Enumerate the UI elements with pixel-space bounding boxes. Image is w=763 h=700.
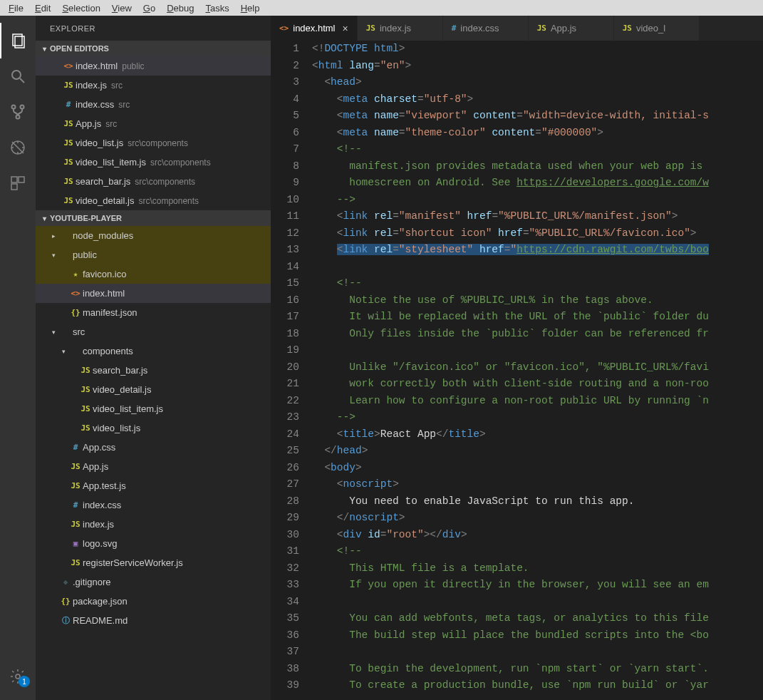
file-item[interactable]: JSregisterServiceWorker.js — [36, 553, 271, 572]
code-line[interactable]: This HTML file is a template. — [312, 560, 763, 577]
source-control-icon[interactable] — [0, 94, 36, 130]
code-line[interactable]: <!-- — [312, 275, 763, 292]
open-editor-item[interactable]: <>index.htmlpublic — [36, 56, 271, 76]
tab[interactable]: JSvideo_l — [614, 16, 700, 41]
code-line[interactable]: <meta name="viewport" content="width=dev… — [312, 108, 763, 125]
code-line[interactable]: <!DOCTYPE html> — [312, 41, 763, 58]
code-line[interactable]: manifest.json provides metadata used whe… — [312, 158, 763, 175]
file-item[interactable]: ▣logo.svg — [36, 534, 271, 553]
menu-help[interactable]: Help — [235, 3, 266, 14]
file-item[interactable]: #App.css — [36, 438, 271, 457]
file-item[interactable]: JSApp.test.js — [36, 476, 271, 495]
code-line[interactable] — [312, 594, 763, 611]
code-line[interactable]: <link rel="stylesheet" href="https://cdn… — [312, 242, 763, 259]
close-icon[interactable]: × — [343, 23, 348, 34]
tab[interactable]: #index.css — [443, 16, 529, 41]
section-project[interactable]: ▾ YOUTUBE-PLAYER — [36, 210, 271, 226]
menu-tasks[interactable]: Tasks — [199, 3, 234, 14]
tab[interactable]: JSindex.js — [358, 16, 443, 41]
folder-item[interactable]: ▾public — [36, 245, 271, 264]
extensions-icon[interactable] — [0, 165, 36, 201]
menu-debug[interactable]: Debug — [161, 3, 199, 14]
code-line[interactable]: To begin the development, run `npm start… — [312, 661, 763, 678]
file-item[interactable]: #index.css — [36, 495, 271, 515]
code-line[interactable]: You can add webfonts, meta tags, or anal… — [312, 610, 763, 627]
section-open-editors[interactable]: ▾ OPEN EDITORS — [36, 41, 271, 56]
svg-rect-8 — [11, 177, 17, 182]
code-line[interactable]: <title>React App</title> — [312, 426, 763, 443]
code-line[interactable]: <html lang="en"> — [312, 58, 763, 75]
code-line[interactable]: Learn how to configure a non-root public… — [312, 393, 763, 410]
menu-edit[interactable]: Edit — [29, 3, 56, 14]
tab[interactable]: JSApp.js — [529, 16, 614, 41]
open-editor-item[interactable]: #index.csssrc — [36, 95, 271, 114]
file-item[interactable]: ◆.gitignore — [36, 572, 271, 592]
code-line[interactable] — [312, 259, 763, 276]
code-line[interactable]: <meta charset="utf-8"> — [312, 91, 763, 108]
code-line[interactable]: Unlike "/favicon.ico" or "favicon.ico", … — [312, 359, 763, 376]
file-item[interactable]: JSindex.js — [36, 515, 271, 534]
item-label: package.json — [73, 596, 128, 607]
open-editor-item[interactable]: JSsearch_bar.jssrc\components — [36, 172, 271, 191]
folder-item[interactable]: ▾src — [36, 322, 271, 341]
code-line[interactable]: <head> — [312, 74, 763, 91]
code-line[interactable]: The build step will place the bundled sc… — [312, 627, 763, 644]
folder-item[interactable]: ▾components — [36, 341, 271, 361]
code-line[interactable]: You need to enable JavaScript to run thi… — [312, 493, 763, 510]
code-line[interactable]: <body> — [312, 460, 763, 477]
code-line[interactable]: If you open it directly in the browser, … — [312, 577, 763, 594]
tab-label: index.js — [380, 23, 411, 34]
file-item[interactable]: JSvideo_list_item.js — [36, 399, 271, 418]
code-editor[interactable]: 1234567891011121314151617181920212223242… — [271, 41, 763, 700]
tab[interactable]: <>index.html× — [271, 16, 358, 41]
file-item[interactable]: JSvideo_detail.js — [36, 380, 271, 399]
open-editor-item[interactable]: JSApp.jssrc — [36, 114, 271, 133]
code-line[interactable]: homescreen on Android. See https://devel… — [312, 175, 763, 192]
file-item[interactable]: ⓘREADME.md — [36, 611, 271, 630]
menu-go[interactable]: Go — [137, 3, 161, 14]
menu-selection[interactable]: Selection — [56, 3, 105, 14]
explorer-icon[interactable] — [0, 23, 36, 58]
code-line[interactable] — [312, 644, 763, 661]
code-line[interactable]: Notice the use of %PUBLIC_URL% in the ta… — [312, 292, 763, 309]
code-line[interactable]: <meta name="theme-color" content="#00000… — [312, 125, 763, 142]
code-line[interactable]: work correctly both with client-side rou… — [312, 376, 763, 393]
code-line[interactable]: <link rel="shortcut icon" href="%PUBLIC_… — [312, 225, 763, 242]
code-line[interactable]: --> — [312, 192, 763, 209]
file-item[interactable]: JSsearch_bar.js — [36, 361, 271, 380]
settings-gear-icon[interactable]: 1 — [0, 659, 36, 694]
code-line[interactable]: --> — [312, 409, 763, 426]
code-line[interactable]: </noscript> — [312, 510, 763, 527]
open-editor-item[interactable]: JSvideo_list.jssrc\components — [36, 133, 271, 153]
folder-item[interactable]: ▸node_modules — [36, 226, 271, 245]
file-item[interactable]: ★favicon.ico — [36, 264, 271, 284]
code-content[interactable]: <!DOCTYPE html><html lang="en"> <head> <… — [312, 41, 763, 700]
open-editor-item[interactable]: JSvideo_detail.jssrc\components — [36, 191, 271, 210]
open-editor-item[interactable]: JSvideo_list_item.jssrc\components — [36, 153, 271, 172]
code-line[interactable] — [312, 342, 763, 359]
menu-file[interactable]: File — [3, 3, 29, 14]
open-editor-item[interactable]: JSindex.jssrc — [36, 76, 271, 95]
tab-bar: <>index.html×JSindex.js#index.cssJSApp.j… — [271, 16, 763, 41]
debug-icon[interactable] — [0, 130, 36, 165]
code-line[interactable]: <div id="root"></div> — [312, 527, 763, 544]
line-number: 31 — [271, 543, 299, 560]
file-item[interactable]: JSvideo_list.js — [36, 418, 271, 438]
search-icon[interactable] — [0, 58, 36, 94]
code-line[interactable]: To create a production bundle, use `npm … — [312, 677, 763, 694]
code-line[interactable]: <!-- — [312, 543, 763, 560]
code-line[interactable]: </head> — [312, 443, 763, 460]
file-item[interactable]: {}manifest.json — [36, 303, 271, 322]
code-line[interactable]: Only files inside the `public` folder ca… — [312, 326, 763, 343]
file-path: src\components — [128, 138, 188, 148]
menu-view[interactable]: View — [106, 3, 137, 14]
file-item[interactable]: <>index.html — [36, 284, 271, 303]
file-item[interactable]: JSApp.js — [36, 457, 271, 476]
item-label: index.js — [83, 519, 114, 530]
code-line[interactable]: <noscript> — [312, 476, 763, 493]
code-line[interactable]: It will be replaced with the URL of the … — [312, 309, 763, 326]
file-item[interactable]: {}package.json — [36, 592, 271, 611]
file-icon: # — [68, 443, 83, 452]
code-line[interactable]: <link rel="manifest" href="%PUBLIC_URL%/… — [312, 208, 763, 225]
code-line[interactable]: <!-- — [312, 141, 763, 158]
